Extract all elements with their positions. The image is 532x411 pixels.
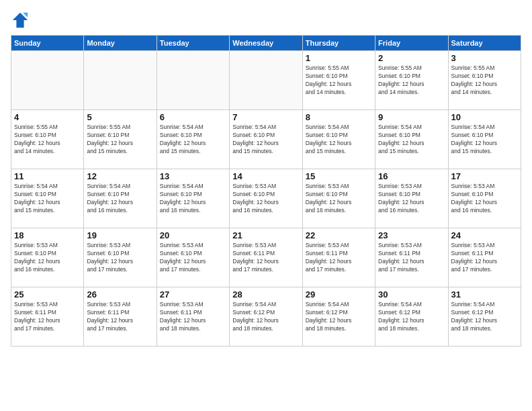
day-number: 23	[378, 230, 445, 240]
calendar-cell: 1Sunrise: 5:55 AM Sunset: 6:10 PM Daylig…	[302, 51, 375, 110]
day-info: Sunrise: 5:54 AM Sunset: 6:10 PM Dayligh…	[378, 124, 445, 156]
day-info: Sunrise: 5:53 AM Sunset: 6:11 PM Dayligh…	[160, 301, 226, 333]
day-info: Sunrise: 5:54 AM Sunset: 6:12 PM Dayligh…	[232, 301, 299, 333]
calendar-cell: 14Sunrise: 5:53 AM Sunset: 6:10 PM Dayli…	[230, 169, 302, 228]
day-number: 28	[232, 289, 299, 300]
weekday-wednesday: Wednesday	[230, 36, 302, 51]
day-number: 9	[378, 112, 445, 122]
calendar-cell: 5Sunrise: 5:55 AM Sunset: 6:10 PM Daylig…	[84, 110, 157, 169]
day-number: 12	[87, 171, 153, 181]
week-row-1: 1Sunrise: 5:55 AM Sunset: 6:10 PM Daylig…	[11, 51, 521, 110]
day-info: Sunrise: 5:55 AM Sunset: 6:10 PM Dayligh…	[87, 124, 153, 156]
weekday-header-row: SundayMondayTuesdayWednesdayThursdayFrid…	[11, 36, 521, 51]
calendar-cell: 8Sunrise: 5:54 AM Sunset: 6:10 PM Daylig…	[302, 110, 375, 169]
day-info: Sunrise: 5:53 AM Sunset: 6:10 PM Dayligh…	[87, 242, 153, 274]
logo	[11, 11, 32, 30]
day-number: 6	[160, 112, 226, 122]
day-number: 19	[87, 230, 153, 240]
calendar-cell: 29Sunrise: 5:54 AM Sunset: 6:12 PM Dayli…	[302, 287, 375, 347]
calendar-cell: 15Sunrise: 5:53 AM Sunset: 6:10 PM Dayli…	[302, 169, 375, 228]
calendar-cell	[230, 51, 302, 110]
day-number: 16	[378, 171, 445, 181]
calendar-cell: 3Sunrise: 5:55 AM Sunset: 6:10 PM Daylig…	[448, 51, 521, 110]
day-number: 22	[306, 230, 372, 240]
calendar-cell: 22Sunrise: 5:53 AM Sunset: 6:11 PM Dayli…	[302, 228, 375, 287]
weekday-tuesday: Tuesday	[157, 36, 229, 51]
day-info: Sunrise: 5:54 AM Sunset: 6:10 PM Dayligh…	[160, 183, 226, 215]
day-info: Sunrise: 5:55 AM Sunset: 6:10 PM Dayligh…	[378, 64, 445, 97]
day-number: 8	[306, 112, 372, 122]
day-number: 10	[451, 112, 518, 122]
day-info: Sunrise: 5:53 AM Sunset: 6:11 PM Dayligh…	[306, 242, 372, 274]
day-info: Sunrise: 5:53 AM Sunset: 6:10 PM Dayligh…	[232, 183, 299, 215]
calendar-cell: 19Sunrise: 5:53 AM Sunset: 6:10 PM Dayli…	[84, 228, 157, 287]
day-number: 13	[160, 171, 226, 181]
day-info: Sunrise: 5:54 AM Sunset: 6:12 PM Dayligh…	[451, 301, 518, 333]
week-row-3: 11Sunrise: 5:54 AM Sunset: 6:10 PM Dayli…	[11, 169, 521, 228]
day-info: Sunrise: 5:54 AM Sunset: 6:10 PM Dayligh…	[232, 124, 299, 156]
calendar-cell	[11, 51, 84, 110]
calendar-cell: 23Sunrise: 5:53 AM Sunset: 6:11 PM Dayli…	[375, 228, 448, 287]
day-info: Sunrise: 5:53 AM Sunset: 6:10 PM Dayligh…	[451, 183, 518, 215]
weekday-sunday: Sunday	[11, 36, 84, 51]
calendar-cell: 24Sunrise: 5:53 AM Sunset: 6:11 PM Dayli…	[448, 228, 521, 287]
day-info: Sunrise: 5:53 AM Sunset: 6:10 PM Dayligh…	[14, 242, 81, 274]
day-number: 18	[14, 230, 81, 240]
day-info: Sunrise: 5:53 AM Sunset: 6:10 PM Dayligh…	[160, 242, 226, 274]
calendar-cell: 21Sunrise: 5:53 AM Sunset: 6:11 PM Dayli…	[230, 228, 302, 287]
day-number: 4	[14, 112, 81, 122]
day-number: 31	[451, 289, 518, 300]
day-info: Sunrise: 5:53 AM Sunset: 6:11 PM Dayligh…	[87, 301, 153, 333]
calendar-cell: 13Sunrise: 5:54 AM Sunset: 6:10 PM Dayli…	[157, 169, 229, 228]
calendar-cell: 25Sunrise: 5:53 AM Sunset: 6:11 PM Dayli…	[11, 287, 84, 347]
calendar-cell: 4Sunrise: 5:55 AM Sunset: 6:10 PM Daylig…	[11, 110, 84, 169]
day-info: Sunrise: 5:54 AM Sunset: 6:10 PM Dayligh…	[160, 124, 226, 156]
calendar-cell: 2Sunrise: 5:55 AM Sunset: 6:10 PM Daylig…	[375, 51, 448, 110]
calendar-cell: 12Sunrise: 5:54 AM Sunset: 6:10 PM Dayli…	[84, 169, 157, 228]
day-info: Sunrise: 5:53 AM Sunset: 6:11 PM Dayligh…	[451, 242, 518, 274]
day-number: 17	[451, 171, 518, 181]
week-row-5: 25Sunrise: 5:53 AM Sunset: 6:11 PM Dayli…	[11, 287, 521, 347]
header	[11, 11, 521, 30]
day-info: Sunrise: 5:53 AM Sunset: 6:11 PM Dayligh…	[378, 242, 445, 274]
week-row-2: 4Sunrise: 5:55 AM Sunset: 6:10 PM Daylig…	[11, 110, 521, 169]
calendar-cell: 10Sunrise: 5:54 AM Sunset: 6:10 PM Dayli…	[448, 110, 521, 169]
calendar-cell: 17Sunrise: 5:53 AM Sunset: 6:10 PM Dayli…	[448, 169, 521, 228]
day-info: Sunrise: 5:53 AM Sunset: 6:11 PM Dayligh…	[14, 301, 81, 333]
calendar-cell	[157, 51, 229, 110]
calendar-cell: 31Sunrise: 5:54 AM Sunset: 6:12 PM Dayli…	[448, 287, 521, 347]
day-info: Sunrise: 5:54 AM Sunset: 6:12 PM Dayligh…	[306, 301, 372, 333]
day-number: 11	[14, 171, 81, 181]
day-number: 26	[87, 289, 153, 300]
logo-icon	[11, 11, 30, 30]
day-number: 29	[306, 289, 372, 300]
day-number: 1	[306, 53, 372, 63]
calendar-cell: 28Sunrise: 5:54 AM Sunset: 6:12 PM Dayli…	[230, 287, 302, 347]
day-number: 30	[378, 289, 445, 300]
calendar-cell: 30Sunrise: 5:54 AM Sunset: 6:12 PM Dayli…	[375, 287, 448, 347]
calendar-table: SundayMondayTuesdayWednesdayThursdayFrid…	[11, 35, 521, 347]
calendar-cell: 6Sunrise: 5:54 AM Sunset: 6:10 PM Daylig…	[157, 110, 229, 169]
calendar-cell: 16Sunrise: 5:53 AM Sunset: 6:10 PM Dayli…	[375, 169, 448, 228]
day-info: Sunrise: 5:54 AM Sunset: 6:10 PM Dayligh…	[87, 183, 153, 215]
day-number: 2	[378, 53, 445, 63]
day-info: Sunrise: 5:54 AM Sunset: 6:10 PM Dayligh…	[306, 124, 372, 156]
day-number: 15	[306, 171, 372, 181]
day-number: 21	[232, 230, 299, 240]
day-info: Sunrise: 5:54 AM Sunset: 6:10 PM Dayligh…	[451, 124, 518, 156]
day-number: 7	[232, 112, 299, 122]
day-number: 3	[451, 53, 518, 63]
day-number: 14	[232, 171, 299, 181]
calendar-cell: 27Sunrise: 5:53 AM Sunset: 6:11 PM Dayli…	[157, 287, 229, 347]
calendar-cell: 18Sunrise: 5:53 AM Sunset: 6:10 PM Dayli…	[11, 228, 84, 287]
weekday-saturday: Saturday	[448, 36, 521, 51]
day-number: 27	[160, 289, 226, 300]
day-info: Sunrise: 5:55 AM Sunset: 6:10 PM Dayligh…	[14, 124, 81, 156]
day-info: Sunrise: 5:53 AM Sunset: 6:10 PM Dayligh…	[306, 183, 372, 215]
calendar-cell: 9Sunrise: 5:54 AM Sunset: 6:10 PM Daylig…	[375, 110, 448, 169]
day-info: Sunrise: 5:55 AM Sunset: 6:10 PM Dayligh…	[306, 64, 372, 97]
day-info: Sunrise: 5:54 AM Sunset: 6:10 PM Dayligh…	[14, 183, 81, 215]
calendar-cell: 26Sunrise: 5:53 AM Sunset: 6:11 PM Dayli…	[84, 287, 157, 347]
week-row-4: 18Sunrise: 5:53 AM Sunset: 6:10 PM Dayli…	[11, 228, 521, 287]
weekday-friday: Friday	[375, 36, 448, 51]
